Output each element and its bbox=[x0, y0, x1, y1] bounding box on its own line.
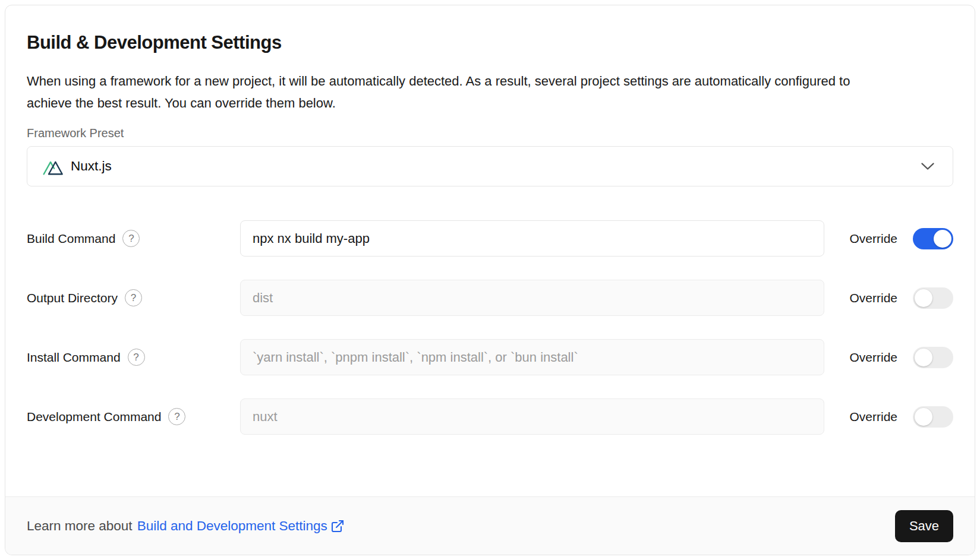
override-label: Override bbox=[849, 291, 897, 305]
install-command-label: Install Command bbox=[27, 350, 121, 365]
output-directory-input[interactable] bbox=[240, 280, 824, 316]
override-group: Override bbox=[849, 347, 953, 368]
install-command-input[interactable] bbox=[240, 339, 824, 375]
build-command-row: Build Command ? Override bbox=[27, 220, 953, 257]
toggle-knob bbox=[915, 349, 932, 366]
row-label-group: Build Command ? bbox=[27, 230, 240, 247]
page-description: When using a framework for a new project… bbox=[27, 70, 886, 114]
build-dev-settings-doc-link[interactable]: Build and Development Settings bbox=[137, 518, 345, 534]
install-command-override-toggle[interactable] bbox=[913, 347, 953, 368]
toggle-knob bbox=[915, 408, 932, 426]
row-label-group: Install Command ? bbox=[27, 349, 240, 366]
chevron-down-icon bbox=[921, 162, 935, 170]
row-label-group: Development Command ? bbox=[27, 408, 240, 425]
learn-more-prefix: Learn more about bbox=[27, 518, 133, 534]
override-group: Override bbox=[849, 228, 953, 249]
build-command-input[interactable] bbox=[240, 220, 824, 257]
row-label-group: Output Directory ? bbox=[27, 289, 240, 306]
card-body: Build & Development Settings When using … bbox=[5, 5, 975, 435]
page-title: Build & Development Settings bbox=[27, 32, 953, 53]
learn-more-text: Learn more about Build and Development S… bbox=[27, 518, 345, 534]
development-command-input[interactable] bbox=[240, 398, 824, 435]
toggle-knob bbox=[915, 289, 932, 307]
help-circle-icon[interactable]: ? bbox=[128, 349, 145, 366]
save-button[interactable]: Save bbox=[895, 510, 953, 542]
build-dev-settings-card: Build & Development Settings When using … bbox=[5, 5, 975, 555]
override-group: Override bbox=[849, 406, 953, 428]
doc-link-label: Build and Development Settings bbox=[137, 518, 327, 534]
help-circle-icon[interactable]: ? bbox=[125, 289, 142, 306]
framework-preset-value: Nuxt.js bbox=[71, 159, 112, 174]
override-label: Override bbox=[849, 410, 897, 424]
output-directory-override-toggle[interactable] bbox=[913, 287, 953, 309]
card-footer: Learn more about Build and Development S… bbox=[5, 496, 975, 555]
development-command-override-toggle[interactable] bbox=[913, 406, 953, 428]
build-command-label: Build Command bbox=[27, 232, 115, 246]
nuxt-logo-icon bbox=[43, 157, 63, 176]
help-circle-icon[interactable]: ? bbox=[122, 230, 140, 247]
toggle-knob bbox=[934, 230, 951, 248]
override-label: Override bbox=[849, 232, 897, 246]
development-command-label: Development Command bbox=[27, 410, 161, 424]
framework-preset-label: Framework Preset bbox=[27, 126, 953, 140]
override-group: Override bbox=[849, 287, 953, 309]
output-directory-label: Output Directory bbox=[27, 291, 118, 305]
external-link-icon bbox=[330, 519, 345, 533]
build-command-override-toggle[interactable] bbox=[913, 228, 953, 249]
framework-preset-select[interactable]: Nuxt.js bbox=[27, 146, 953, 186]
output-directory-row: Output Directory ? Override bbox=[27, 280, 953, 316]
override-label: Override bbox=[849, 350, 897, 365]
development-command-row: Development Command ? Override bbox=[27, 398, 953, 435]
settings-rows: Build Command ? Override Output Director… bbox=[27, 220, 953, 435]
help-circle-icon[interactable]: ? bbox=[168, 408, 185, 425]
install-command-row: Install Command ? Override bbox=[27, 339, 953, 375]
